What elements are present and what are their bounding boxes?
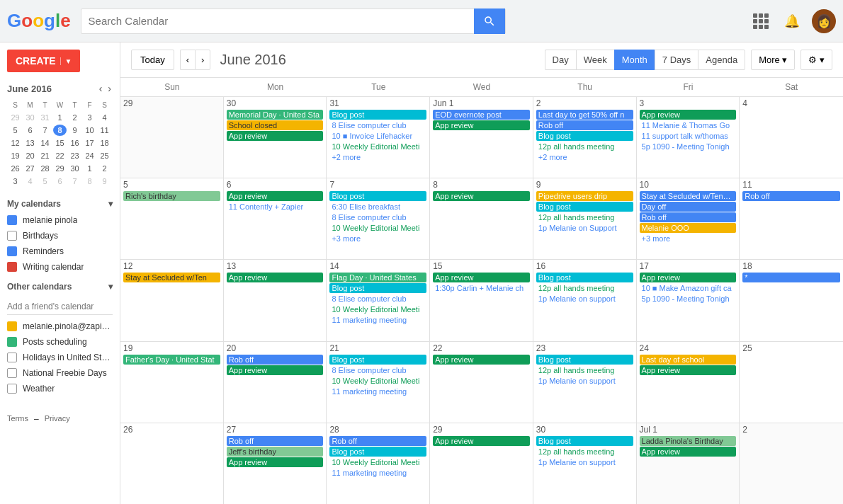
terms-link[interactable]: Terms bbox=[7, 414, 28, 424]
calendar-event[interactable]: 12p all hands meeting bbox=[536, 447, 633, 457]
calendar-cell[interactable]: 2Last day to get 50% off nRob offBlog po… bbox=[533, 97, 637, 178]
sidebar-item-holidays[interactable]: Holidays in United Sta... bbox=[0, 350, 120, 365]
calendar-event[interactable]: Blog post bbox=[536, 436, 633, 446]
calendar-event[interactable]: 8 Elise computer club bbox=[329, 365, 426, 375]
calendar-cell[interactable]: 30Memorial Day · United StaSchool closed… bbox=[224, 97, 327, 178]
calendar-event[interactable]: Rob off bbox=[536, 120, 633, 130]
more-button[interactable]: More ▾ bbox=[751, 50, 795, 70]
calendar-event[interactable]: Jeff's birthday bbox=[227, 447, 324, 457]
sidebar-item-weather[interactable]: Weather bbox=[0, 381, 120, 396]
mini-cal-day[interactable]: 18 bbox=[98, 137, 111, 149]
calendar-event[interactable]: 11 Contently + Zapier bbox=[227, 202, 324, 212]
search-button[interactable] bbox=[474, 8, 505, 34]
mini-cal-day[interactable]: 11 bbox=[98, 125, 111, 136]
calendar-cell[interactable]: 7Blog post6:30 Elise breakfast8 Elise co… bbox=[327, 178, 430, 259]
calendar-event[interactable]: 12p all hands meeting bbox=[536, 283, 633, 293]
calendar-event[interactable]: Memorial Day · United Sta bbox=[227, 110, 324, 120]
calendar-event[interactable]: Ladda Pinola's Birthday bbox=[640, 436, 737, 446]
calendar-event[interactable]: Father's Day · United Stat bbox=[123, 355, 220, 365]
mini-cal-day[interactable]: 25 bbox=[98, 150, 111, 161]
mini-cal-day[interactable]: 24 bbox=[83, 150, 96, 161]
calendar-event[interactable]: Rob off bbox=[227, 355, 324, 365]
mini-cal-day[interactable]: 8 bbox=[53, 125, 67, 136]
mini-cal-day[interactable]: 10 bbox=[83, 125, 96, 136]
calendar-event[interactable]: Blog post bbox=[329, 283, 426, 293]
calendar-event[interactable]: 1p Melanie on support bbox=[536, 376, 633, 386]
calendar-cell[interactable]: 9Pipedrive users dripBlog post12p all ha… bbox=[533, 178, 637, 259]
calendar-cell[interactable]: 29 bbox=[120, 97, 224, 178]
calendar-event[interactable]: 6:30 Elise breakfast bbox=[329, 202, 426, 212]
notifications-icon[interactable]: 🔔 bbox=[781, 10, 803, 33]
mini-cal-day[interactable]: 30 bbox=[68, 163, 81, 174]
calendar-cell[interactable]: 23Blog post12p all hands meeting1p Melan… bbox=[533, 342, 637, 423]
next-button[interactable]: › bbox=[195, 50, 210, 70]
mini-cal-day[interactable]: 27 bbox=[23, 163, 37, 174]
sidebar-item-birthdays[interactable]: Birthdays bbox=[0, 228, 120, 244]
privacy-link[interactable]: Privacy bbox=[45, 414, 70, 424]
calendar-event[interactable]: Melanie OOO bbox=[640, 223, 737, 233]
calendar-cell[interactable]: 10Stay at Secluded w/Tennis/Koi Pond/Hot… bbox=[637, 178, 740, 259]
mini-cal-day[interactable]: 1 bbox=[53, 112, 67, 123]
calendar-event[interactable]: +2 more bbox=[329, 152, 426, 162]
calendar-event[interactable]: 10 Weekly Editorial Meeti bbox=[329, 304, 426, 314]
calendar-cell[interactable]: 2 bbox=[740, 423, 843, 504]
prev-button[interactable]: ‹ bbox=[180, 50, 195, 70]
mini-cal-day[interactable]: 2 bbox=[98, 163, 111, 174]
calendar-event[interactable]: +3 more bbox=[329, 234, 426, 244]
calendar-cell[interactable]: 11Rob off bbox=[740, 178, 843, 259]
search-input[interactable] bbox=[81, 15, 474, 27]
calendar-event[interactable]: EOD evernote post bbox=[433, 110, 530, 120]
calendar-event[interactable]: 10 ■ Invoice Lifehacker bbox=[329, 131, 426, 141]
calendar-event[interactable]: App review bbox=[640, 365, 737, 375]
calendar-event[interactable]: Blog post bbox=[536, 273, 633, 282]
calendar-event[interactable]: Rob off bbox=[640, 212, 737, 222]
calendar-event[interactable]: App review bbox=[640, 110, 737, 120]
mini-cal-day[interactable]: 1 bbox=[83, 163, 96, 174]
calendar-event[interactable]: Rob off bbox=[227, 436, 324, 446]
mini-cal-day[interactable]: 30 bbox=[23, 112, 37, 123]
calendar-event[interactable]: 5p 1090 - Meeting Tonigh bbox=[640, 294, 737, 304]
sidebar-item-melanie-pinola[interactable]: melanie pinola bbox=[0, 212, 120, 228]
calendar-event[interactable]: Blog post bbox=[329, 447, 426, 457]
calendar-cell[interactable]: 27Rob offJeff's birthdayApp review bbox=[224, 423, 327, 504]
calendar-event[interactable]: Blog post bbox=[536, 131, 633, 141]
mini-cal-day[interactable]: 22 bbox=[53, 150, 67, 161]
calendar-event[interactable]: 1p Melanie on support bbox=[536, 457, 633, 467]
calendar-cell[interactable]: 21Blog post8 Elise computer club10 Weekl… bbox=[327, 342, 430, 423]
calendar-cell[interactable]: 18* bbox=[740, 260, 843, 340]
calendar-event[interactable]: App review bbox=[433, 120, 530, 130]
calendar-event[interactable]: App review bbox=[640, 447, 737, 457]
mini-cal-day[interactable]: 12 bbox=[9, 137, 22, 149]
calendar-event[interactable]: 12p all hands meeting bbox=[536, 142, 633, 151]
calendar-event[interactable]: App review bbox=[227, 273, 324, 282]
mini-cal-day[interactable]: 4 bbox=[98, 112, 111, 123]
view-agenda-button[interactable]: Agenda bbox=[698, 50, 745, 70]
calendar-cell[interactable]: 17App review10 ■ Make Amazon gift ca5p 1… bbox=[637, 260, 740, 340]
calendar-cell[interactable]: 24Last day of schoolApp review bbox=[637, 342, 740, 423]
calendar-event[interactable]: App review bbox=[227, 191, 324, 201]
calendar-event[interactable]: Rich's birthday bbox=[123, 191, 220, 201]
calendar-event[interactable]: 10 Weekly Editorial Meeti bbox=[329, 376, 426, 386]
calendar-event[interactable]: Blog post bbox=[329, 355, 426, 365]
calendar-cell[interactable]: 22App review bbox=[430, 342, 533, 423]
calendar-event[interactable]: 10 Weekly Editorial Meeti bbox=[329, 142, 426, 151]
calendar-cell[interactable]: 30Blog post12p all hands meeting1p Melan… bbox=[533, 423, 637, 504]
my-calendars-title[interactable]: My calendars ▾ bbox=[0, 195, 120, 212]
calendar-event[interactable]: Day off bbox=[640, 202, 737, 212]
mini-cal-day[interactable]: 31 bbox=[38, 112, 52, 123]
calendar-event[interactable]: 12p all hands meeting bbox=[536, 365, 633, 375]
mini-next-button[interactable]: › bbox=[106, 83, 113, 94]
calendar-event[interactable]: 1:30p Carlin + Melanie ch bbox=[433, 283, 530, 293]
calendar-cell[interactable]: 20Rob offApp review bbox=[224, 342, 327, 423]
apps-icon[interactable] bbox=[749, 10, 772, 33]
weather-checkbox[interactable] bbox=[7, 384, 17, 394]
mini-cal-day[interactable]: 15 bbox=[53, 137, 67, 149]
calendar-event[interactable]: Pipedrive users drip bbox=[536, 191, 633, 201]
mini-cal-day[interactable]: 5 bbox=[9, 125, 22, 136]
calendar-event[interactable]: 10 Weekly Editorial Meeti bbox=[329, 457, 426, 467]
mini-cal-day[interactable]: 17 bbox=[83, 137, 96, 149]
calendar-event[interactable]: 8 Elise computer club bbox=[329, 120, 426, 130]
holidays-checkbox[interactable] bbox=[7, 353, 17, 362]
calendar-event[interactable]: * bbox=[742, 273, 840, 282]
mini-cal-day[interactable]: 13 bbox=[23, 137, 37, 149]
